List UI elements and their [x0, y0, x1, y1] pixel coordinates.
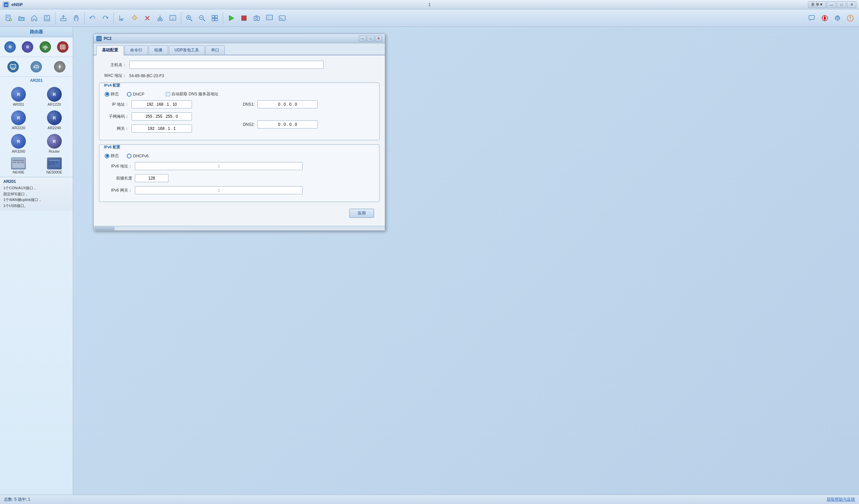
- sidebar: 路由器 R R: [0, 27, 73, 494]
- device-item-ar2240[interactable]: R AR2240: [37, 109, 72, 131]
- app-logo: eN: [3, 1, 10, 8]
- dialog-title: PC2: [104, 36, 358, 41]
- toolbar-zoomout-btn[interactable]: [196, 12, 208, 24]
- svg-text:T: T: [172, 18, 174, 20]
- toolbar-export-btn[interactable]: [57, 12, 70, 24]
- sidebar-icon-router2[interactable]: R: [20, 40, 34, 54]
- dns2-label: DNS2:: [241, 122, 257, 127]
- menu-button[interactable]: 菜 单▼: [808, 1, 826, 8]
- mask-input[interactable]: [132, 112, 192, 121]
- tab-cmd[interactable]: 命令行: [124, 45, 148, 55]
- svg-rect-78: [52, 162, 55, 163]
- device-item-router[interactable]: R Router: [37, 133, 72, 155]
- toolbar-text-btn[interactable]: T: [167, 12, 179, 24]
- status-bar: 总数: 5 选中: 1 获取帮助与反馈: [0, 494, 859, 504]
- ar3260-label: AR3260: [12, 149, 25, 153]
- toolbar-delete-btn[interactable]: [141, 12, 153, 24]
- toolbar-huawei-btn[interactable]: [819, 12, 831, 24]
- device-item-ne5000e[interactable]: NE5000E: [37, 156, 72, 175]
- toolbar-settings-btn[interactable]: [831, 12, 844, 24]
- device-item-ne40e[interactable]: NE40E: [1, 156, 36, 175]
- toolbar-cli-btn[interactable]: [276, 12, 288, 24]
- sidebar-icon-cloud[interactable]: [29, 60, 43, 74]
- maximize-button[interactable]: □: [837, 1, 846, 8]
- device-item-ar201[interactable]: R AR201: [1, 86, 36, 108]
- tab-udp[interactable]: UDP发包工具: [169, 45, 205, 55]
- toolbar-sep-2: [84, 12, 85, 24]
- canvas-area[interactable]: PC2 — □ ✕ 基础配置 命令行 组播 UDP发包工具 串口 主机名：: [73, 27, 859, 494]
- gateway-input[interactable]: [132, 124, 192, 133]
- svg-rect-54: [837, 19, 838, 20]
- svg-rect-53: [837, 16, 838, 17]
- checkbox-dns-box: [166, 92, 170, 96]
- toolbar-fit-btn[interactable]: [209, 12, 221, 24]
- radio-static[interactable]: 静态: [105, 91, 119, 97]
- ipv6-addr-input[interactable]: [135, 162, 303, 170]
- hostname-input[interactable]: [129, 61, 324, 69]
- toolbar-topo-btn[interactable]: [263, 12, 275, 24]
- device-item-ar1220[interactable]: R AR1220: [37, 86, 72, 108]
- svg-text:?: ?: [849, 16, 851, 20]
- toolbar-print-btn[interactable]: [70, 12, 82, 24]
- toolbar-undo-btn[interactable]: [87, 12, 99, 24]
- status-help-link[interactable]: 获取帮助与反馈: [827, 497, 855, 502]
- close-button[interactable]: ✕: [847, 1, 856, 8]
- toolbar-select-btn[interactable]: [116, 12, 128, 24]
- toolbar-move-btn[interactable]: [129, 12, 140, 24]
- dialog-titlebar: PC2 — □ ✕: [94, 34, 385, 43]
- toolbar-redo-btn[interactable]: [99, 12, 111, 24]
- ipv6-radio-group: 静态 DHCPv6: [105, 153, 374, 159]
- device-item-ar3260[interactable]: R AR3260: [1, 133, 36, 155]
- toolbar-sep-1: [55, 12, 55, 24]
- sidebar-icon-pc[interactable]: [6, 60, 20, 74]
- toolbar-start-btn[interactable]: [225, 12, 237, 24]
- sidebar-icon-router1[interactable]: R: [3, 40, 17, 54]
- dialog-minimize-btn[interactable]: —: [359, 35, 366, 42]
- toolbar-help-btn[interactable]: ?: [844, 12, 856, 24]
- dns2-input[interactable]: [257, 121, 318, 128]
- ip-input[interactable]: [132, 100, 192, 108]
- ipv6-radio-static[interactable]: 静态: [105, 153, 119, 159]
- device-item-ar2220[interactable]: R AR2220: [1, 109, 36, 131]
- tab-basic[interactable]: 基础配置: [96, 45, 124, 55]
- sidebar-icon-lightning[interactable]: [53, 60, 67, 74]
- sidebar-icon-firewall[interactable]: [56, 40, 70, 54]
- ipv4-section: IPv4 配置 静态 DHCP: [99, 82, 379, 140]
- desc-text: 1个CON/AUX接口， 固定8FE接口， 1个WAN侧uplink接口， 1个…: [3, 185, 70, 209]
- dialog-content: 主机名： MAC 地址： 54-89-98-BC-23-F3 IPv4 配置: [94, 55, 385, 226]
- minimize-button[interactable]: —: [827, 1, 836, 8]
- radio-dhcp[interactable]: DHCP: [127, 92, 144, 97]
- dialog-maximize-btn[interactable]: □: [367, 35, 374, 42]
- tab-multicast[interactable]: 组播: [149, 45, 168, 55]
- toolbar-cut-btn[interactable]: [154, 12, 166, 24]
- ipv6-gw-input[interactable]: [135, 186, 303, 194]
- toolbar-zoomin-btn[interactable]: [183, 12, 195, 24]
- svg-rect-60: [60, 45, 65, 49]
- toolbar-stop-btn[interactable]: [238, 12, 250, 24]
- dns1-input[interactable]: [257, 100, 318, 108]
- dialog-close-btn[interactable]: ✕: [375, 35, 382, 42]
- prefix-row: 前缀长度: [105, 174, 374, 182]
- toolbar-open-btn[interactable]: [15, 12, 28, 24]
- tab-serial[interactable]: 串口: [205, 45, 225, 55]
- toolbar-home-btn[interactable]: [28, 12, 40, 24]
- ipv6-addr-label: IPv6 地址：: [105, 164, 135, 169]
- sidebar-icon-wireless[interactable]: [38, 40, 52, 54]
- svg-marker-37: [229, 15, 234, 21]
- toolbar-save-btn[interactable]: [41, 12, 53, 24]
- checkbox-dns[interactable]: 自动获取 DNS 服务器地址: [166, 91, 218, 97]
- toolbar-capture-btn[interactable]: [251, 12, 263, 24]
- svg-rect-15: [75, 19, 77, 21]
- toolbar-chat-btn[interactable]: [806, 12, 818, 24]
- ipv6-radio-dhcpv6[interactable]: DHCPv6: [127, 154, 149, 158]
- svg-rect-10: [45, 18, 49, 21]
- ar201-label: AR201: [13, 102, 24, 106]
- scrollbar-thumb[interactable]: [94, 227, 115, 230]
- svg-point-40: [256, 17, 258, 19]
- apply-button[interactable]: 应用: [349, 209, 374, 218]
- prefix-input[interactable]: [135, 174, 168, 182]
- dialog-scrollbar[interactable]: [94, 226, 385, 230]
- ar2220-label: AR2220: [12, 126, 25, 130]
- mask-label: 子网掩码：: [105, 114, 132, 120]
- toolbar-new-btn[interactable]: [3, 12, 15, 24]
